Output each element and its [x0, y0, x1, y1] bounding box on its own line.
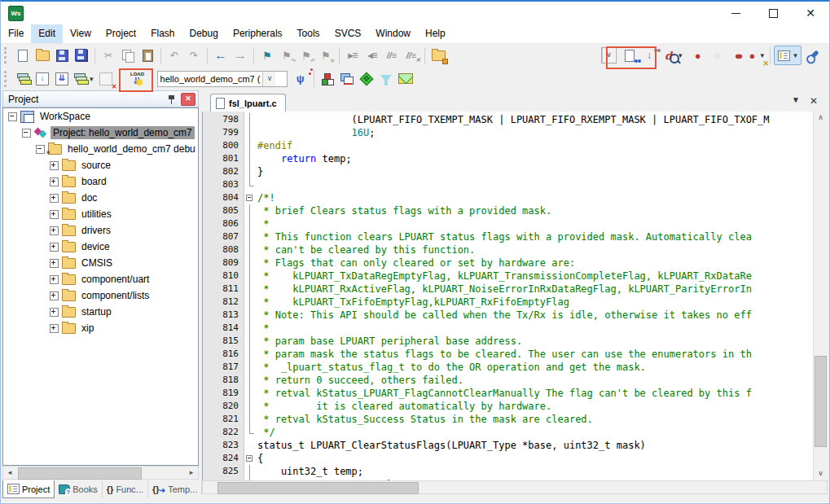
expand-icon[interactable] [50, 291, 59, 300]
code-line-803[interactable]: 803 [203, 178, 828, 191]
fold-collapse-icon[interactable] [244, 452, 255, 465]
copy-button[interactable] [118, 46, 138, 65]
toolbar-grip[interactable] [4, 47, 9, 64]
expand-icon[interactable] [50, 308, 59, 317]
menu-item-project[interactable]: Project [99, 24, 143, 43]
editor-vscrollbar[interactable]: ∧ ∨ [813, 112, 828, 480]
cstat-report-button[interactable] [396, 69, 415, 89]
project-wizard-button[interactable]: ψ [291, 69, 310, 89]
code-line-815[interactable]: 815 * param base LPUART peripheral base … [203, 335, 828, 348]
build-all-button[interactable]: ⇊ [52, 69, 72, 89]
expand-icon[interactable] [50, 210, 59, 219]
tab-list-dropdown-button[interactable]: ▼ [792, 95, 800, 104]
panel-tab-books[interactable]: Books [55, 480, 103, 498]
paste-button[interactable] [138, 46, 157, 65]
expand-icon[interactable] [50, 259, 59, 268]
comment-button[interactable]: //≡ [382, 46, 402, 65]
make-button[interactable]: ↓ [33, 69, 52, 89]
minimize-button[interactable] [717, 2, 754, 24]
code-line-809[interactable]: 809 * Flags that can only cleared or set… [203, 256, 828, 270]
code-line-800[interactable]: 800#endif [203, 139, 828, 152]
code-line-814[interactable]: 814 * [203, 322, 828, 335]
cstat-filter-button[interactable] [376, 69, 396, 89]
scroll-left-icon[interactable]: ◂ [3, 467, 16, 479]
scroll-right-icon[interactable] [814, 481, 827, 493]
menu-item-edit[interactable]: Edit [31, 24, 63, 43]
quick-search-combo[interactable]: ∨ [601, 47, 617, 64]
collapse-icon[interactable] [36, 145, 45, 154]
code-line-820[interactable]: 820 * it is cleared automatically by har… [203, 400, 828, 413]
scroll-down-icon[interactable]: ∨ [814, 467, 828, 480]
maximize-button[interactable] [754, 2, 792, 24]
scroll-left-icon[interactable] [203, 481, 216, 493]
project-tree-hscrollbar[interactable]: ◂ ▸ [2, 466, 199, 480]
collapse-icon[interactable] [8, 112, 17, 121]
expand-icon[interactable] [50, 226, 59, 235]
vscroll-thumb[interactable] [815, 356, 827, 447]
tree-item-startup[interactable]: startup [3, 304, 198, 320]
code-line-808[interactable]: 808 * can't be cleared by this function. [203, 243, 828, 256]
toggle-bookmark-button[interactable]: ⚑ [257, 46, 277, 65]
code-line-799[interactable]: 799 16U; [203, 126, 828, 139]
tree-item-xip[interactable]: xip [3, 320, 198, 336]
code-line-816[interactable]: 816 * param mask the status flags to be … [203, 348, 828, 361]
hscroll-thumb[interactable] [18, 467, 142, 480]
new-file-button[interactable] [13, 46, 33, 65]
menu-item-help[interactable]: Help [418, 24, 453, 43]
panel-tab-func[interactable]: {}Func... [103, 480, 148, 498]
code-line-805[interactable]: 805 * brief Clears status flags with a p… [203, 204, 828, 217]
save-button[interactable] [52, 46, 72, 65]
tree-item-workspace[interactable]: WorkSpace [3, 108, 198, 125]
toggle-breakpoint-button[interactable]: ● [688, 46, 708, 65]
code-line-818[interactable]: 818 * return 0 succeed, others failed. [203, 374, 828, 387]
open-header-button[interactable] [428, 46, 448, 65]
menu-item-svcs[interactable]: SVCS [327, 24, 369, 43]
toolbar-grip[interactable] [4, 71, 9, 87]
code-line-819[interactable]: 819 * retval kStatus_LPUART_FlagCannotCl… [203, 387, 828, 400]
uncomment-button[interactable]: //≡✕ [402, 46, 421, 65]
code-line-807[interactable]: 807 * This function clears LPUART status… [203, 230, 828, 243]
code-line-824[interactable]: 824{ [203, 452, 828, 465]
code-line-817[interactable]: 817 * _lpuart_status_flag_t to do the OR… [203, 361, 828, 374]
code-line-802[interactable]: 802} [203, 165, 828, 178]
code-line-804[interactable]: 804/*! [203, 191, 828, 204]
code-line-825[interactable]: 825 uint32_t temp; [203, 465, 828, 478]
target-config-combo[interactable]: hello_world_demo_cm7 ( ∨ [157, 71, 288, 87]
tree-item-hello-world-demo-cm7-debu[interactable]: hello_world_demo_cm7 debu [3, 141, 198, 157]
code-line-813[interactable]: 813 * Note: This API should be called wh… [203, 309, 828, 322]
code-area[interactable]: 798 (LPUART_FIFO_TXEMPT_MASK | LPUART_FI… [202, 112, 828, 480]
expand-icon[interactable] [50, 324, 59, 333]
tree-item-doc[interactable]: doc [3, 190, 198, 206]
panel-tab-temp[interactable]: {}➜Temp... [148, 480, 202, 498]
panel-tab-project[interactable]: Project [2, 480, 55, 498]
download-flash-button[interactable]: LOAD ⇊ [123, 69, 152, 89]
code-line-798[interactable]: 798 (LPUART_FIFO_TXEMPT_MASK | LPUART_FI… [203, 113, 828, 126]
options-button[interactable] [803, 46, 823, 65]
tree-item-board[interactable]: board [3, 173, 198, 190]
navigate-back-button[interactable]: ← [211, 46, 231, 65]
fold-collapse-icon[interactable] [244, 191, 255, 204]
incremental-search-button[interactable]: ↓ [639, 46, 659, 65]
editor-close-button[interactable]: ✕ [810, 95, 818, 107]
disabled-breakpoint-button[interactable]: ○ [708, 46, 727, 65]
code-line-806[interactable]: 806 * [203, 217, 828, 230]
find-in-files-button[interactable] [620, 46, 639, 65]
expand-icon[interactable] [50, 194, 59, 203]
code-line-823[interactable]: 823status_t LPUART_ClearStatusFlags(LPUA… [203, 439, 828, 452]
cstat-blocks-button[interactable] [318, 69, 337, 89]
prev-bookmark-button[interactable]: ⚑↶ [296, 46, 316, 65]
cstat-analyze-button[interactable] [357, 69, 376, 89]
code-line-812[interactable]: 812 * kLPUART_TxFifoEmptyFlag,kLPUART_Rx… [203, 296, 828, 309]
save-all-button[interactable] [72, 46, 91, 65]
tree-item-project-hello-world-demo-cm7[interactable]: Project: hello_world_demo_cm7 [3, 125, 198, 141]
next-bookmark-button[interactable]: ⚑↷ [277, 46, 296, 65]
clear-bookmarks-button[interactable]: ⚑✕ [316, 46, 336, 65]
editor-tab-fsl-lpuart[interactable]: fsl_lpuart.c [210, 94, 286, 112]
compile-button[interactable] [13, 69, 33, 89]
undo-button[interactable]: ↶ [165, 46, 184, 65]
menu-item-view[interactable]: View [63, 24, 99, 43]
tree-item-cmsis[interactable]: CMSIS [3, 255, 198, 271]
open-file-button[interactable] [33, 46, 52, 65]
pin-icon[interactable] [166, 94, 178, 105]
editor-hscrollbar[interactable] [202, 480, 828, 494]
